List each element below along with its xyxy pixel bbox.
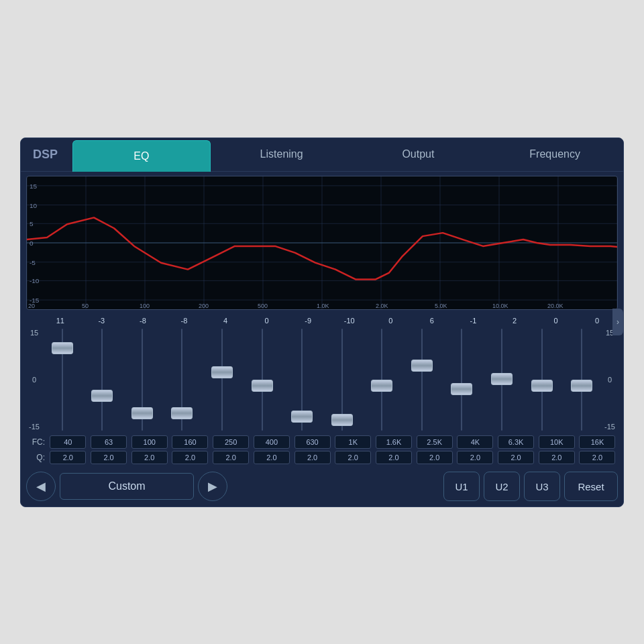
fader-value-6: -9: [288, 317, 327, 325]
fc-cells: 40631001602504006301K1.6K2.5K4K6.3K10K16…: [48, 435, 618, 449]
q-row-label: Q:: [26, 453, 48, 462]
fader-handle-5[interactable]: [252, 380, 273, 392]
fc-cell-9[interactable]: 2.5K: [417, 435, 453, 449]
fader-column-2[interactable]: [123, 329, 162, 431]
fader-column-1[interactable]: [83, 329, 121, 431]
q-cell-11[interactable]: 2.0: [498, 451, 534, 464]
side-arrow[interactable]: ›: [612, 309, 623, 335]
fader-handle-13[interactable]: [571, 380, 592, 392]
fader-handle-9[interactable]: [411, 360, 433, 372]
preset-label[interactable]: Custom: [60, 473, 194, 500]
fader-value-9: 6: [413, 317, 451, 325]
fc-row-label: FC:: [26, 437, 48, 447]
prev-button[interactable]: ◀: [26, 472, 56, 501]
q-cell-1[interactable]: 2.0: [91, 451, 127, 464]
svg-text:10: 10: [30, 201, 38, 209]
fader-handle-2[interactable]: [131, 407, 153, 419]
q-cell-5[interactable]: 2.0: [254, 451, 290, 464]
fader-column-0[interactable]: [43, 329, 82, 431]
fader-column-5[interactable]: [243, 329, 282, 431]
fader-handle-4[interactable]: [211, 366, 233, 378]
fc-cell-4[interactable]: 250: [213, 435, 249, 449]
fader-value-10: -1: [453, 317, 492, 325]
fc-cell-6[interactable]: 630: [294, 435, 331, 449]
fader-track-line-10: [461, 329, 462, 431]
tab-listening[interactable]: Listening: [213, 139, 350, 170]
q-cell-13[interactable]: 2.0: [579, 451, 615, 464]
fader-value-7: -10: [330, 317, 369, 325]
svg-text:0: 0: [30, 239, 34, 247]
u2-button[interactable]: U2: [484, 472, 520, 501]
fader-value-8: 0: [371, 317, 410, 325]
tab-eq[interactable]: EQ: [72, 140, 211, 172]
fc-cell-7[interactable]: 1K: [335, 435, 371, 449]
svg-text:100: 100: [140, 303, 150, 309]
q-cell-2[interactable]: 2.0: [131, 451, 168, 464]
fader-value-5: 0: [248, 317, 286, 325]
fc-cell-10[interactable]: 4K: [457, 435, 493, 449]
header-bar: DSP EQ Listening Output Frequency: [21, 138, 623, 172]
fader-handle-10[interactable]: [451, 383, 472, 395]
fader-column-9[interactable]: [402, 329, 441, 431]
q-cell-9[interactable]: 2.0: [417, 451, 453, 464]
fc-cell-3[interactable]: 160: [172, 435, 208, 449]
fc-cell-1[interactable]: 63: [91, 435, 127, 449]
fader-column-12[interactable]: [523, 329, 561, 431]
q-cell-6[interactable]: 2.0: [294, 451, 331, 464]
q-cell-12[interactable]: 2.0: [539, 451, 575, 464]
fader-handle-1[interactable]: [91, 390, 113, 402]
u3-button[interactable]: U3: [524, 472, 560, 501]
q-cell-4[interactable]: 2.0: [213, 451, 249, 464]
fader-column-4[interactable]: [203, 329, 241, 431]
scale-left-mid: 0: [32, 376, 36, 384]
fader-handle-12[interactable]: [531, 380, 553, 392]
fc-cell-13[interactable]: 16K: [579, 435, 615, 449]
reset-button[interactable]: Reset: [564, 472, 618, 501]
scale-right: 15 0 -15: [602, 326, 618, 433]
fader-value-2: -8: [123, 317, 162, 325]
fc-cell-0[interactable]: 40: [50, 435, 86, 449]
svg-text:2.0K: 2.0K: [376, 303, 388, 309]
fc-cell-8[interactable]: 1.6K: [376, 435, 412, 449]
fader-values-row: . 11 -3 -8 -8 4 0 -9 -10 0 6 -1 2 0 0: [26, 317, 618, 325]
fc-cell-11[interactable]: 6.3K: [498, 435, 534, 449]
tab-frequency[interactable]: Frequency: [486, 139, 623, 170]
fader-value-12: 0: [537, 317, 576, 325]
tab-output[interactable]: Output: [350, 139, 487, 170]
svg-text:20.0K: 20.0K: [547, 303, 564, 309]
scale-right-bottom: -15: [604, 423, 615, 431]
fader-column-10[interactable]: [442, 329, 481, 431]
q-cell-0[interactable]: 2.0: [50, 451, 86, 464]
fader-track-line-9: [421, 329, 423, 431]
q-cells: 2.02.02.02.02.02.02.02.02.02.02.02.02.02…: [48, 451, 618, 464]
eq-graph[interactable]: 15 10 5 0 -5 -10 -15 20 50 100 200 500 1…: [26, 176, 618, 310]
scale-right-mid: 0: [608, 376, 612, 384]
next-button[interactable]: ▶: [198, 472, 227, 501]
fader-handle-7[interactable]: [331, 414, 353, 426]
fader-column-11[interactable]: [482, 329, 521, 431]
fader-column-8[interactable]: [362, 329, 401, 431]
fader-handle-0[interactable]: [52, 342, 73, 354]
fader-column-6[interactable]: [282, 329, 321, 431]
fc-cell-5[interactable]: 400: [254, 435, 290, 449]
q-cell-7[interactable]: 2.0: [335, 451, 371, 464]
svg-text:50: 50: [82, 303, 89, 309]
scale-left-top: 15: [30, 329, 38, 337]
faders-section: . 11 -3 -8 -8 4 0 -9 -10 0 6 -1 2 0 0 15: [21, 314, 623, 464]
fader-column-13[interactable]: [562, 329, 601, 431]
fader-value-13: 0: [578, 317, 616, 325]
fc-cell-12[interactable]: 10K: [539, 435, 575, 449]
fader-column-7[interactable]: [323, 329, 362, 431]
bottom-controls: ◀ Custom ▶ U1 U2 U3 Reset: [21, 466, 623, 506]
fader-handle-11[interactable]: [491, 373, 513, 385]
fader-handle-8[interactable]: [371, 380, 392, 392]
q-cell-8[interactable]: 2.0: [376, 451, 412, 464]
fader-handle-3[interactable]: [171, 407, 193, 419]
q-cell-3[interactable]: 2.0: [172, 451, 208, 464]
q-cell-10[interactable]: 2.0: [457, 451, 493, 464]
fc-cell-2[interactable]: 100: [131, 435, 168, 449]
fader-handle-6[interactable]: [291, 411, 313, 423]
u1-button[interactable]: U1: [443, 472, 480, 501]
fader-column-3[interactable]: [162, 329, 201, 431]
svg-text:1.0K: 1.0K: [317, 303, 329, 309]
